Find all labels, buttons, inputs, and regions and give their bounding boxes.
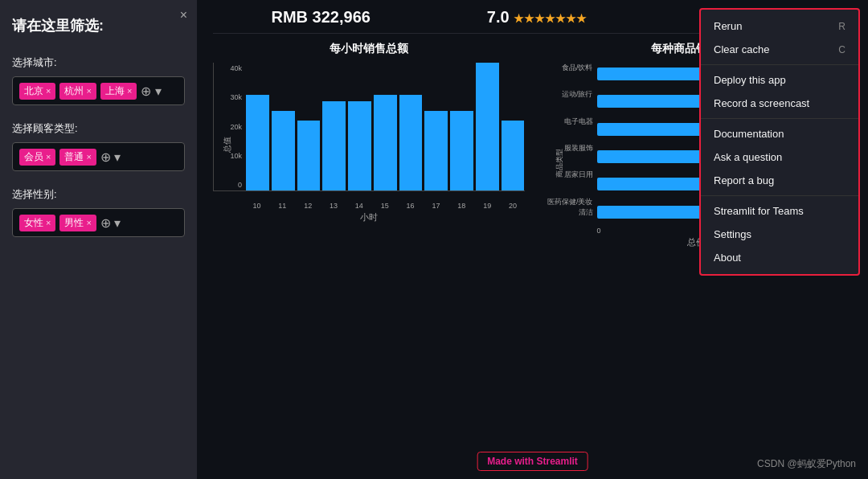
x-label-14: 14: [347, 202, 371, 210]
city-tags-input[interactable]: 北京 × 杭州 × 上海 × ⊕ ▾: [12, 76, 185, 105]
menu-item-label: Record a screencast: [714, 97, 809, 109]
menu-item-shortcut: C: [838, 44, 845, 55]
watermark: CSDN @蚂蚁爱Python: [757, 457, 856, 471]
menu-item-label: Rerun: [714, 20, 742, 32]
hbar-label-4: 居家日用: [541, 170, 593, 180]
sidebar: × 请在这里筛选: 选择城市: 北京 × 杭州 × 上海 × ⊕ ▾ 选择顾客类…: [0, 0, 197, 479]
menu-item-about[interactable]: About: [701, 246, 858, 269]
stars-icon: ★★★★★★★: [514, 12, 587, 25]
tag-female-remove[interactable]: ×: [46, 218, 51, 227]
hbar-label-3: 服装服饰: [541, 143, 593, 154]
bar-10[interactable]: [246, 95, 269, 190]
customer-tags-input[interactable]: 会员 × 普通 × ⊕ ▾: [12, 142, 185, 171]
bar-16[interactable]: [399, 95, 423, 190]
menu-item-documentation[interactable]: Documentation: [701, 122, 858, 145]
menu-item-ask-a-question[interactable]: Ask a question: [701, 145, 858, 169]
hbar-label-2: 电子电器: [541, 117, 593, 127]
tag-normal-remove[interactable]: ×: [86, 152, 91, 162]
metric-rating-value: 7.0 ★★★★★★★: [487, 8, 587, 27]
hbar-x-0: 0: [597, 227, 601, 235]
hbar-label-1: 运动/旅行: [541, 89, 593, 100]
dropdown-menu: RerunRClear cacheCDeploy this appRecord …: [699, 8, 860, 276]
menu-item-shortcut: R: [838, 21, 845, 32]
tag-male-remove[interactable]: ×: [86, 218, 91, 227]
menu-item-label: Report a bug: [714, 174, 774, 186]
tag-female[interactable]: 女性 ×: [19, 215, 55, 231]
y-label-10k: 10k: [214, 152, 242, 160]
menu-item-report-a-bug[interactable]: Report a bug: [701, 169, 858, 192]
x-label-16: 16: [399, 202, 422, 210]
y-label-40k: 40k: [214, 64, 242, 72]
bar-19[interactable]: [476, 63, 499, 190]
tag-hangzhou[interactable]: 杭州 ×: [59, 83, 96, 100]
gender-add-button[interactable]: ⊕ ▾: [100, 215, 121, 231]
x-label-17: 17: [424, 202, 448, 210]
bar-15[interactable]: [374, 95, 397, 190]
tag-normal[interactable]: 普通 ×: [59, 149, 96, 166]
bar-12[interactable]: [297, 121, 321, 190]
menu-item-label: About: [714, 252, 741, 264]
tag-hangzhou-remove[interactable]: ×: [86, 86, 91, 96]
sidebar-title: 请在这里筛选:: [12, 16, 185, 35]
menu-item-rerun[interactable]: RerunR: [701, 14, 858, 38]
menu-item-label: Streamlit for Teams: [714, 205, 804, 217]
y-axis-title: 总值: [222, 137, 233, 153]
sidebar-close-button[interactable]: ×: [180, 8, 187, 23]
made-with-label: Made with Streamlit: [477, 452, 588, 471]
x-axis-labels: 1011121314151617181920: [213, 202, 525, 210]
hourly-chart-container: 每小时销售总额 0 10k 20k 30k 40k 总值: [213, 42, 525, 471]
tag-beijing-remove[interactable]: ×: [46, 86, 51, 96]
x-label-18: 18: [450, 202, 473, 210]
x-label-11: 11: [271, 202, 294, 210]
tag-male[interactable]: 男性 ×: [59, 215, 96, 231]
tag-member[interactable]: 会员 ×: [19, 149, 55, 166]
bar-18[interactable]: [450, 111, 473, 190]
footer: Made with Streamlit: [477, 452, 588, 471]
menu-item-label: Settings: [714, 228, 751, 240]
streamlit-brand: Streamlit: [536, 456, 577, 467]
x-label-12: 12: [297, 202, 320, 210]
customer-filter-group: 选择顾客类型: 会员 × 普通 × ⊕ ▾: [12, 121, 185, 171]
metric-rating: 7.0 ★★★★★★★: [487, 8, 587, 27]
menu-divider: [701, 118, 858, 119]
bar-20[interactable]: [502, 121, 525, 190]
menu-divider: [701, 64, 858, 65]
tag-beijing[interactable]: 北京 ×: [19, 83, 55, 100]
menu-item-record-a-screencast[interactable]: Record a screencast: [701, 92, 858, 115]
main-content: RMB 322,966 7.0 ★★★★★★★ RMB 322.97 每小时销售…: [197, 0, 868, 479]
x-label-19: 19: [476, 202, 499, 210]
menu-item-streamlit-for-teams[interactable]: Streamlit for Teams: [701, 199, 858, 223]
city-add-button[interactable]: ⊕ ▾: [141, 84, 161, 99]
x-label-20: 20: [502, 202, 525, 210]
tag-shanghai[interactable]: 上海 ×: [100, 83, 137, 100]
y-label-0: 0: [214, 181, 242, 189]
x-label-10: 10: [245, 202, 268, 210]
x-axis-title: 小时: [213, 211, 525, 223]
menu-item-settings[interactable]: Settings: [701, 223, 858, 246]
city-label: 选择城市:: [12, 55, 185, 70]
gender-filter-group: 选择性别: 女性 × 男性 × ⊕ ▾: [12, 187, 185, 237]
hbar-label-0: 食品/饮料: [541, 63, 593, 73]
bar-14[interactable]: [348, 101, 371, 190]
bar-17[interactable]: [424, 111, 448, 190]
gender-tags-input[interactable]: 女性 × 男性 × ⊕ ▾: [12, 208, 185, 237]
menu-item-label: Clear cache: [714, 43, 769, 55]
bar-13[interactable]: [322, 101, 346, 190]
x-label-15: 15: [373, 202, 396, 210]
tag-member-remove[interactable]: ×: [46, 152, 51, 162]
menu-item-label: Documentation: [714, 128, 784, 140]
y-label-20k: 20k: [214, 123, 242, 131]
hourly-chart-title: 每小时销售总额: [213, 42, 525, 56]
customer-add-button[interactable]: ⊕ ▾: [100, 149, 121, 165]
hourly-bar-chart: 0 10k 20k 30k 40k 总值 1011121314151617181…: [213, 63, 525, 223]
menu-item-clear-cache[interactable]: Clear cacheC: [701, 38, 858, 61]
menu-divider: [701, 195, 858, 196]
metric-revenue-value: RMB 322,966: [271, 8, 370, 27]
city-filter-group: 选择城市: 北京 × 杭州 × 上海 × ⊕ ▾: [12, 55, 185, 105]
menu-item-deploy-this-app[interactable]: Deploy this app: [701, 68, 858, 92]
gender-label: 选择性别:: [12, 187, 185, 202]
bar-11[interactable]: [272, 111, 295, 190]
customer-label: 选择顾客类型:: [12, 121, 185, 136]
tag-shanghai-remove[interactable]: ×: [127, 86, 132, 96]
menu-item-label: Ask a question: [714, 151, 782, 163]
